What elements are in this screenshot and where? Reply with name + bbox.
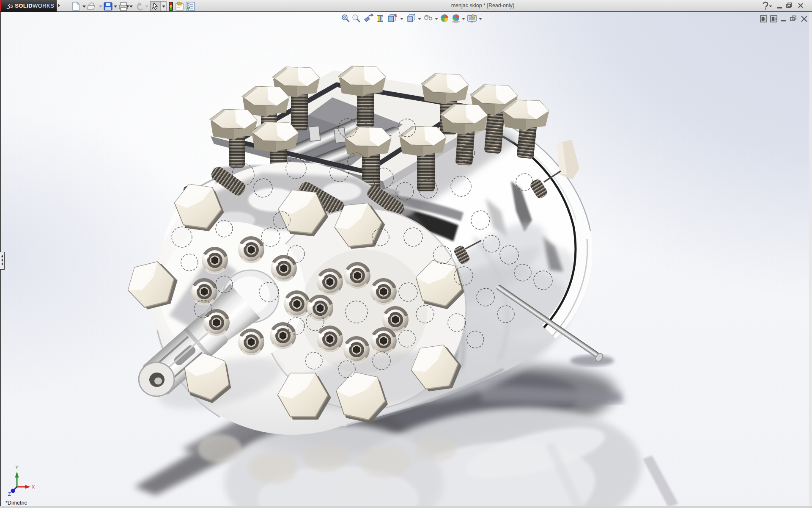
svg-text:Y: Y [15,465,19,470]
svg-text:X: X [32,484,35,489]
svg-text:Z: Z [8,491,11,496]
